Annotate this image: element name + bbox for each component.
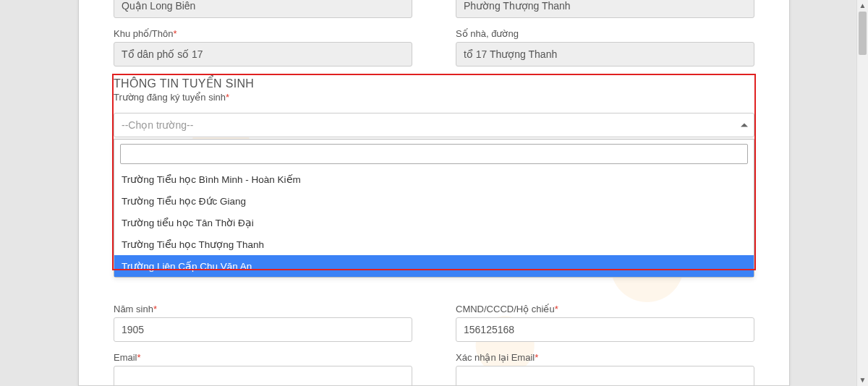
school-option[interactable]: Trường Tiểu học Bình Minh - Hoàn Kiếm xyxy=(114,168,754,190)
school-search-input[interactable] xyxy=(120,144,748,164)
school-option[interactable]: Trường Tiểu học Thượng Thanh xyxy=(114,233,754,255)
school-select[interactable]: --Chọn trường-- xyxy=(114,113,754,137)
birthyear-label: Năm sinh* xyxy=(114,304,412,314)
street-block-label: Khu phố/Thôn* xyxy=(114,28,412,39)
house-label: Số nhà, đường xyxy=(456,28,754,39)
school-select-placeholder: --Chọn trường-- xyxy=(122,119,193,131)
id-input[interactable] xyxy=(456,317,754,342)
school-option[interactable]: Trường Tiểu học Đức Giang xyxy=(114,190,754,212)
ward-input xyxy=(456,0,754,18)
school-option[interactable]: Trường tiểu học Tân Thời Đại xyxy=(114,212,754,233)
scroll-thumb[interactable] xyxy=(859,12,867,55)
email-input[interactable] xyxy=(114,366,412,386)
scroll-up-icon[interactable]: ▲ xyxy=(857,0,868,12)
school-dropdown[interactable]: Trường Tiểu học Bình Minh - Hoàn KiếmTrư… xyxy=(114,139,754,278)
school-option[interactable]: Trường Liên Cấp Chu Văn An xyxy=(114,255,754,277)
school-label: Trường đăng ký tuyển sinh* xyxy=(114,92,754,103)
scrollbar[interactable]: ▲ ▼ xyxy=(856,0,868,386)
house-input xyxy=(456,42,754,67)
email-confirm-label: Xác nhận lại Email* xyxy=(456,352,754,363)
email-confirm-input[interactable] xyxy=(456,366,754,386)
caret-up-icon xyxy=(741,124,748,127)
email-label: Email* xyxy=(114,352,412,363)
scroll-down-icon[interactable]: ▼ xyxy=(857,374,868,386)
district-input xyxy=(114,0,412,18)
id-label: CMND/CCCD/Hộ chiếu* xyxy=(456,304,754,314)
street-block-input xyxy=(114,42,412,67)
birthyear-input[interactable] xyxy=(114,317,412,342)
section-title-enrollment: THÔNG TIN TUYỂN SINH xyxy=(114,77,754,90)
